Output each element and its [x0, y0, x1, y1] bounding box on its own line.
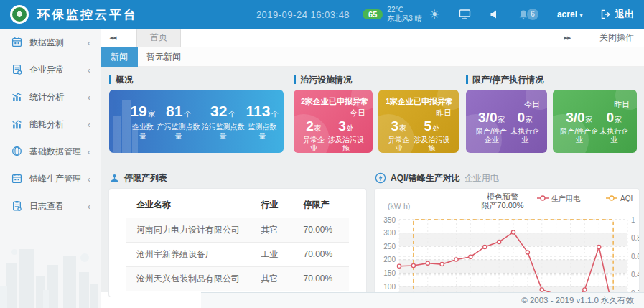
aqi-badge: 65 [363, 9, 383, 19]
treatment-card-today: 2家企业已申报异常 今日 2家异常企业 3处涉及治污设施 [294, 90, 373, 153]
main-area: ◀◀ 首页 ▶▶ 关闭操作 新闻 暂无新闻 概况 19家 [101, 29, 644, 308]
sidebar-item-energy-analysis[interactable]: 能耗分析 ‹ [0, 111, 101, 138]
sidebar-item-data-monitoring[interactable]: 数据监测 ‹ [0, 29, 101, 56]
datetime: 2019-09-24 16:03:48 [256, 9, 350, 20]
lightning-circle-icon [375, 172, 386, 184]
svg-text:350: 350 [383, 216, 396, 224]
city-skyline-decoration [0, 236, 101, 308]
svg-text:(kW-h): (kW-h) [388, 202, 410, 210]
section-treatment-facilities: 治污设施情况 2家企业已申报异常 今日 2家异常企业 3处涉及治污设施 [294, 74, 459, 153]
sidebar-item-statistics[interactable]: 统计分析 ‹ [0, 83, 101, 111]
sidebar-item-log-view[interactable]: 日志查看 ‹ [0, 192, 101, 220]
app-title: 环保监控云平台 [37, 6, 138, 23]
chevron-left-icon: ‹ [88, 92, 90, 103]
chevron-left-icon: ‹ [88, 201, 90, 212]
stat-enterprises: 19家 企业数量 [129, 103, 157, 141]
stat-treatment-points: 32个 治污监测点数量 [201, 103, 246, 141]
scroll-tabs-right-icon[interactable]: ▶▶ [555, 35, 579, 41]
section-title: 限产/停产执行情况 [472, 74, 543, 86]
svg-text:1: 1 [631, 216, 635, 224]
document-alert-icon [11, 64, 23, 75]
condition: 晴 [415, 14, 422, 22]
section-production-restriction: 限产/停产执行情况 今日 3/0家限产/停产企业 0家未执行企业 [466, 74, 637, 153]
chevron-left-icon: ‹ [88, 119, 90, 130]
scroll-tabs-left-icon[interactable]: ◀◀ [101, 29, 125, 47]
svg-text:AQI: AQI [620, 195, 633, 202]
aqi-comparison-chart: 35030025020015010010.80.60.40.2(kW-h)橙色预… [375, 189, 639, 298]
section-marker [294, 75, 296, 84]
production-card-today: 今日 3/0家限产/停产企业 0家未执行企业 [466, 90, 547, 153]
section-marker [466, 75, 468, 84]
svg-text:0.6: 0.6 [631, 253, 639, 261]
svg-text:0.4: 0.4 [631, 271, 639, 279]
overview-card: 19家 企业数量 81个 产污监测点数量 32个 治污监测点数量 113个 [109, 90, 284, 153]
aqi-chart-panel: 35030025020015010010.80.60.40.2(kW-h)橙色预… [375, 189, 639, 298]
svg-text:200: 200 [383, 256, 396, 263]
monitor-icon[interactable] [459, 9, 471, 20]
restriction-table-panel: 企业名称 行业 停限产 河南同力电力设计有限公司 其它 70.00% [109, 189, 366, 297]
production-card-yesterday: 昨日 3/0家限产/停产企业 0家未执行企业 [553, 90, 637, 153]
stat-monitor-points: 113个 监测点数量 [246, 103, 279, 141]
section-overview: 概况 19家 企业数量 81个 产污监测点数量 32个 [109, 74, 284, 153]
table-row: 沧州宇新养殖设备厂 工业 70.00% [126, 242, 349, 266]
sidebar-item-enterprise-abnormal[interactable]: 企业异常 ‹ [0, 56, 101, 83]
footer: © 2003 - 2019 v1.1.0 永久有效 [201, 292, 644, 308]
section-marker [109, 75, 111, 84]
svg-text:限产70.00%: 限产70.00% [481, 201, 524, 210]
chevron-left-icon: ‹ [88, 37, 90, 48]
close-operations-button[interactable]: 关闭操作 [599, 32, 634, 44]
bar-chart-icon [11, 91, 23, 103]
calendar-icon [11, 37, 23, 48]
chevron-left-icon: ‹ [88, 146, 90, 157]
tab-home[interactable]: 首页 [136, 29, 181, 47]
wind: 东北风3 [387, 14, 413, 22]
user-menu[interactable]: acrel▾ [557, 9, 583, 19]
sun-icon: ☀ [429, 7, 440, 22]
logout-icon [600, 9, 611, 19]
top-header: 环保监控云平台 2019-09-24 16:03:48 65 22℃ 东北风3 … [0, 0, 644, 29]
sidebar: 数据监测 ‹ 企业异常 ‹ 统计分析 ‹ 能耗分析 ‹ 基础数据管理 ‹ 错峰生… [0, 29, 101, 308]
svg-text:100: 100 [383, 283, 396, 291]
chevron-down-icon: ▾ [579, 11, 583, 19]
news-button[interactable]: 新闻 [101, 47, 138, 67]
app-logo-icon [10, 5, 29, 24]
notification-count-badge: 6 [527, 9, 538, 20]
tab-strip: ◀◀ 首页 ▶▶ 关闭操作 [101, 29, 644, 47]
section-title: 治污设施情况 [300, 74, 352, 86]
section-aqi-comparison: AQI/错峰生产对比 企业用电 35030025020015010010.80.… [375, 172, 639, 298]
section-title: AQI/错峰生产对比 [391, 172, 460, 185]
globe-icon [11, 146, 23, 157]
svg-text:300: 300 [383, 229, 396, 237]
section-title: 停限产列表 [124, 172, 167, 185]
svg-text:橙色预警: 橙色预警 [487, 192, 518, 201]
calendar-icon [11, 173, 23, 185]
news-bar: 新闻 暂无新闻 [101, 47, 644, 67]
list-icon [109, 173, 120, 184]
page: 环保监控云平台 2019-09-24 16:03:48 65 22℃ 东北风3 … [0, 0, 644, 308]
temperature: 22℃ [387, 6, 403, 14]
restriction-table: 企业名称 行业 停限产 河南同力电力设计有限公司 其它 70.00% [126, 193, 349, 291]
column-header: 停限产 [293, 193, 349, 218]
svg-text:0.8: 0.8 [631, 234, 639, 242]
bar-chart-icon [11, 118, 23, 130]
section-restriction-list: 停限产列表 企业名称 行业 停限产 [109, 172, 366, 298]
logout-button[interactable]: 退出 [600, 8, 634, 21]
table-row: 河南同力电力设计有限公司 其它 70.00% [126, 218, 349, 242]
chevron-left-icon: ‹ [88, 174, 90, 185]
sidebar-item-peak-production[interactable]: 错峰生产管理 ‹ [0, 165, 101, 192]
sidebar-item-base-data[interactable]: 基础数据管理 ‹ [0, 138, 101, 165]
clipboard-icon [11, 200, 23, 212]
chevron-left-icon: ‹ [88, 65, 90, 75]
notifications-button[interactable]: 6 [518, 9, 538, 20]
column-header: 行业 [251, 193, 294, 218]
column-header: 企业名称 [126, 193, 251, 218]
copyright-text: © 2003 - 2019 v1.1.0 永久有效 [521, 296, 634, 304]
stat-pollution-points: 81个 产污监测点数量 [157, 103, 201, 141]
dashboard-content: 概况 19家 企业数量 81个 产污监测点数量 32个 [101, 67, 644, 292]
svg-text:生产用电: 生产用电 [551, 195, 581, 202]
speaker-icon[interactable] [490, 9, 500, 19]
industry-link[interactable]: 工业 [251, 242, 294, 266]
section-title: 概况 [116, 74, 133, 86]
section-subtitle: 企业用电 [465, 172, 499, 185]
weather-widget: 65 22℃ 东北风3 晴 ☀ [363, 6, 440, 23]
